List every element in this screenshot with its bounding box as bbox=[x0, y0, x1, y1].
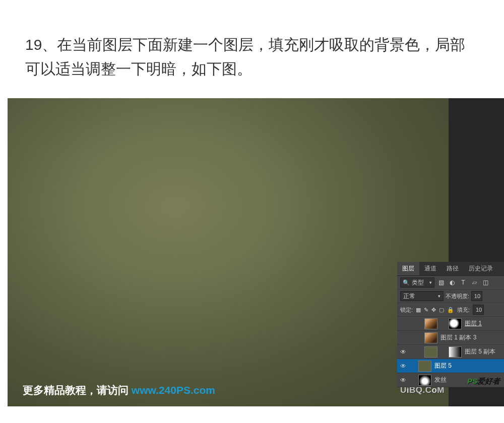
layer-name[interactable]: 发丝 bbox=[434, 376, 447, 384]
lock-artboard-icon[interactable]: ▢ bbox=[439, 307, 444, 313]
blend-row: 正常 ▾ 不透明度: 10 bbox=[397, 290, 504, 303]
lock-all-icon[interactable]: 🔒 bbox=[447, 307, 454, 313]
layer-item[interactable]: 👁 图层 5 副本 bbox=[397, 345, 504, 359]
visibility-toggle[interactable]: 👁 bbox=[399, 334, 407, 341]
filter-label: 类型 bbox=[412, 278, 424, 287]
layer-thumbnail[interactable] bbox=[418, 361, 431, 372]
tab-history[interactable]: 历史记录 bbox=[464, 262, 498, 275]
search-icon: 🔍 bbox=[403, 279, 410, 286]
tab-layers[interactable]: 图层 bbox=[397, 262, 419, 275]
footer-link[interactable]: www.240PS.com bbox=[132, 384, 215, 396]
layer-thumbnail[interactable] bbox=[418, 375, 431, 386]
footer-prefix: 更多精品教程，请访问 bbox=[23, 384, 132, 396]
blend-mode-select[interactable]: 正常 ▾ bbox=[400, 291, 444, 301]
visibility-toggle[interactable]: 👁 bbox=[399, 377, 407, 384]
chevron-down-icon: ▾ bbox=[429, 280, 432, 285]
filter-type-icon[interactable]: T bbox=[459, 278, 468, 287]
lock-brush-icon[interactable]: ✎ bbox=[424, 307, 428, 313]
instruction-text: 19、在当前图层下面新建一个图层，填充刚才吸取的背景色，局部可以适当调整一下明暗… bbox=[0, 0, 504, 81]
layer-name[interactable]: 图层 5 bbox=[434, 362, 452, 370]
filter-row: 🔍 类型 ▾ ▧ ◐ T ▱ ◫ bbox=[397, 276, 504, 290]
canvas-footer: 更多精品教程，请访问 www.240PS.com bbox=[23, 383, 215, 397]
chevron-down-icon: ▾ bbox=[438, 294, 440, 299]
photoshop-workspace: 更多精品教程，请访问 www.240PS.com UiBQ.CoM 图层 通道 … bbox=[8, 98, 504, 406]
lock-position-icon[interactable]: ✥ bbox=[431, 307, 436, 313]
filter-type-select[interactable]: 🔍 类型 ▾ bbox=[400, 277, 434, 288]
filter-shape-icon[interactable]: ▱ bbox=[470, 278, 479, 287]
filter-adjust-icon[interactable]: ◐ bbox=[448, 278, 457, 287]
filter-pixel-icon[interactable]: ▧ bbox=[436, 278, 446, 287]
layer-name[interactable]: 图层 1 bbox=[465, 319, 482, 328]
watermark-ps: PS爱好者 bbox=[467, 377, 500, 386]
visibility-toggle[interactable]: 👁 bbox=[399, 348, 407, 356]
mask-thumbnail[interactable] bbox=[449, 346, 462, 358]
lock-label: 锁定: bbox=[400, 306, 413, 314]
visibility-toggle[interactable]: 👁 bbox=[399, 363, 407, 370]
visibility-toggle[interactable]: 👁 bbox=[399, 320, 407, 327]
blend-mode-value: 正常 bbox=[403, 292, 415, 301]
opacity-label: 不透明度: bbox=[446, 293, 469, 300]
filter-smart-icon[interactable]: ◫ bbox=[481, 278, 490, 287]
layer-thumbnail[interactable] bbox=[424, 346, 437, 358]
layer-item[interactable]: 👁 图层 1 副本 3 bbox=[397, 331, 504, 345]
layer-name[interactable]: 图层 1 副本 3 bbox=[440, 333, 476, 342]
fill-value[interactable]: 10 bbox=[473, 305, 484, 315]
panel-tabs: 图层 通道 路径 历史记录 bbox=[397, 262, 504, 276]
tab-channels[interactable]: 通道 bbox=[419, 262, 442, 275]
lock-transparency-icon[interactable]: ▩ bbox=[416, 307, 421, 313]
lock-row: 锁定: ▩ ✎ ✥ ▢ 🔒 填充: 10 bbox=[397, 303, 504, 317]
layer-item[interactable]: 👁 图层 1 bbox=[397, 317, 504, 331]
layer-thumbnail[interactable] bbox=[424, 318, 437, 329]
canvas[interactable]: 更多精品教程，请访问 www.240PS.com UiBQ.CoM bbox=[8, 98, 449, 406]
layer-item-selected[interactable]: 👁 图层 5 bbox=[397, 359, 504, 373]
fill-label: 填充: bbox=[457, 306, 470, 314]
layer-name[interactable]: 图层 5 副本 bbox=[465, 347, 495, 356]
opacity-value[interactable]: 10 bbox=[471, 291, 482, 301]
layers-panel: 图层 通道 路径 历史记录 🔍 类型 ▾ ▧ ◐ T ▱ ◫ 正常 ▾ 不透明度… bbox=[397, 262, 504, 387]
mask-thumbnail[interactable] bbox=[449, 318, 462, 329]
tab-paths[interactable]: 路径 bbox=[442, 262, 464, 275]
layer-thumbnail[interactable] bbox=[424, 332, 437, 343]
